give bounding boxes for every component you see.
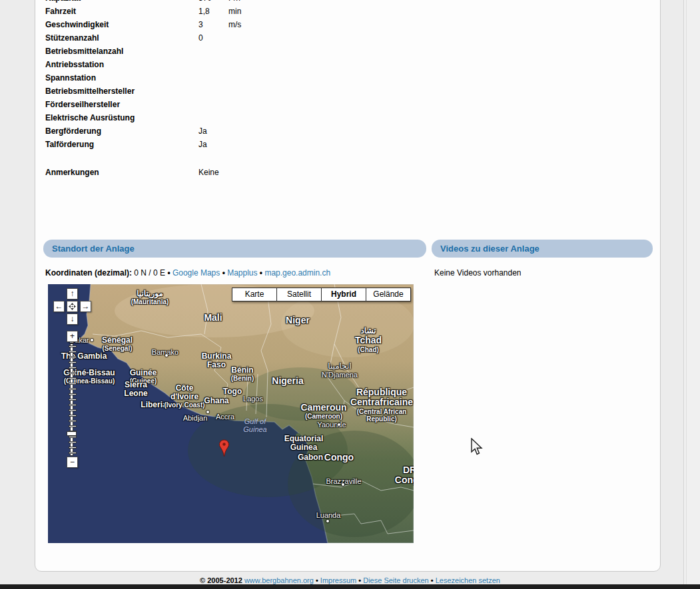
zoom-out-button[interactable]: − [67,457,78,468]
pan-up-button[interactable]: ↑ [67,288,78,299]
map-label-line: Republic) [350,415,413,422]
footer-link[interactable]: Diese Seite drucken [363,576,428,584]
zoom-slider-tick [69,404,77,406]
location-section-header: Standort der Anlage [43,240,426,258]
map-label: Liberia [141,401,167,409]
map-label: Congo [324,453,354,463]
spec-label: Betriebsmittelhersteller [45,85,198,98]
zoom-slider-tick [69,383,77,385]
spec-unit [228,85,445,98]
map-label: Côted'Ivoire(Ivory Coast) [164,384,204,409]
map-label-line: d'Ivoire [164,393,204,402]
map-label: Gulf ofGuinea [243,417,266,433]
spec-label: Bergförderung [45,124,198,138]
pan-down-button[interactable]: ↓ [67,313,78,325]
separator-bullet: • [165,268,173,278]
map-label-line: (Ivory Coast) [164,402,204,409]
spec-unit [228,31,445,45]
scrollbar-track-line [686,0,687,584]
city-dot [206,411,209,413]
map-type-button-satellit[interactable]: Satellit [276,288,321,301]
map-label: Bénin(Benin) [231,366,254,382]
location-section-title: Standort der Anlage [52,244,135,254]
separator-bullet: • [220,268,227,278]
spec-label: Betriebsmittelanzahl [45,45,198,58]
zoom-in-button[interactable]: + [67,331,78,342]
map-label: Ghana [204,397,228,405]
zoom-slider-tick [69,345,77,347]
zoom-slider-tick [69,356,77,358]
spec-row: TalförderungJa [45,138,445,151]
footer-link[interactable]: Impressum [320,576,356,584]
map-type-button-group: KarteSatellitHybridGelände [232,288,411,301]
coordinates-link[interactable]: Google Maps [173,268,220,278]
map-label-line: Accra [216,413,234,421]
map-embed[interactable]: موريتانيا(Mauritania)MaliNigerتشادTchad(… [48,284,414,543]
map-type-button-hybrid[interactable]: Hybrid [321,288,366,301]
map-label-line: Niger [286,315,310,325]
map-label: SierraLeone [124,381,147,398]
spec-value: 3 [198,18,228,31]
spec-unit [228,124,445,138]
map-label: Lagos [243,395,263,403]
videos-section-title: Videos zu dieser Anlage [440,244,539,254]
map-label-line: (Cameroon) [300,413,346,420]
zoom-slider-tick [69,436,77,438]
zoom-slider-tick [69,367,77,369]
spec-label: Anmerkungen [45,166,198,179]
map-type-button-karte[interactable]: Karte [232,288,276,301]
vertical-scrollbar[interactable] [683,0,700,584]
zoom-slider-tick [69,452,77,454]
footer-copyright: © 2005-2012 [200,576,242,584]
map-label-line: Ghana [204,397,228,405]
map-label: The Gambia [61,352,107,361]
zoom-slider-tick [69,409,77,411]
map-label-line: انجامينا [322,362,358,371]
map-label-line: Luanda [316,511,341,519]
footer-link[interactable]: Lesezeichen setzen [436,576,500,584]
spec-unit [228,138,445,151]
spec-row: Stützenanzahl0 [45,31,445,45]
spec-row: Antriebsstation [45,58,445,71]
zoom-slider-thumb[interactable] [67,431,77,436]
map-label-line: DR [395,465,414,475]
map-label-line: Bénin [231,366,254,375]
spec-row: Fahrzeit1,8min [45,5,445,18]
zoom-slider-tick [69,415,77,417]
map-label-line: Abidjan [183,414,208,422]
zoom-slider-tick [69,447,77,449]
map-marker-pin[interactable] [218,439,230,458]
spec-value: 0 [198,31,228,45]
map-type-button-gelände[interactable]: Gelände [366,288,410,301]
zoom-slider-tick [69,361,77,363]
spec-unit: min [228,5,445,18]
footer-dark-band [0,584,700,589]
map-label-line: Congo [324,453,354,463]
spec-value: 370 [198,0,228,5]
zoom-slider-tick [69,377,77,379]
spec-label: Förderseilhersteller [45,98,198,111]
coordinates-link[interactable]: Mapplus [227,268,257,278]
map-label-line: Guinea [284,443,324,452]
map-label: Nigeria [272,376,303,386]
separator-bullet: • [356,576,363,584]
coordinates-link[interactable]: map.geo.admin.ch [264,268,330,278]
map-label: Gabon [298,453,323,462]
footer-link[interactable]: www.bergbahnen.org [244,576,314,584]
spec-value: Ja [198,138,228,151]
map-label-line: Cameroun [300,403,346,413]
map-label: Luanda [316,511,341,519]
zoom-slider-tick [69,351,77,353]
map-label-line: (Chad) [355,346,382,353]
pan-right-button[interactable]: → [80,301,91,312]
spec-label: Antriebsstation [45,58,198,71]
spec-value [198,85,228,98]
recenter-button[interactable] [67,301,78,312]
pan-left-button[interactable]: ← [53,301,65,312]
map-label: EquatorialGuinea [284,435,324,452]
zoom-slider-tick [69,420,77,422]
footer: © 2005-2012 www.bergbahnen.org • Impress… [0,576,700,584]
spec-row: Spannstation [45,71,445,85]
map-label-line: موريتانيا [131,290,169,298]
map-label-line: Leone [124,389,147,398]
